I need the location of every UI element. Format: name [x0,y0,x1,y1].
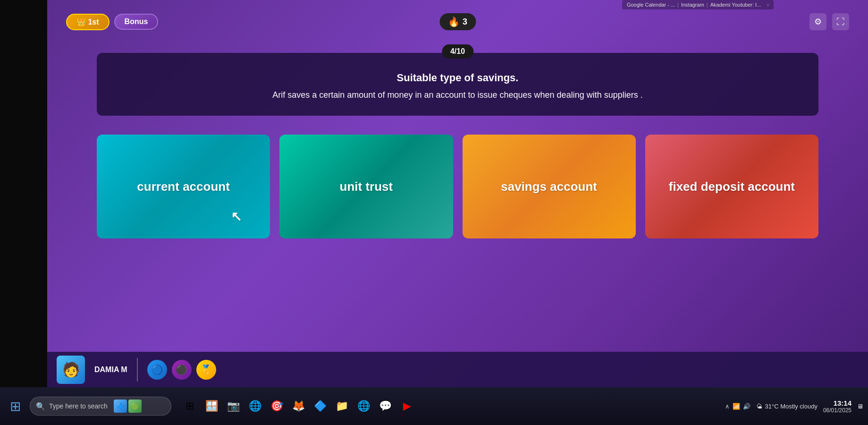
monitor-edge [0,0,47,425]
player-bar: 🧑 DAMIA M 🔵 ⚫ 🥇 [47,352,868,387]
taskbar-right: ∧ 📶 🔊 🌤 31°C Mostly cloudy 13:14 06/01/2… [725,399,863,414]
bonus-badge[interactable]: Bonus [114,14,159,30]
browser-tab-3[interactable]: Akademi Youtuber: I... [710,2,761,8]
taskbar: ⊞ 🔍 Type here to search 🔷 🟢 ⊞ 🪟 📷 🌐 🎯 🦊 … [0,387,868,425]
answer-label-3: savings account [501,179,597,194]
notification-icon[interactable]: 🖥 [857,403,863,410]
answer-label-1: current account [137,179,230,194]
weather-icon: 🌤 [756,403,762,410]
network-icon[interactable]: 📶 [733,403,740,410]
flame-icon: 🔥 [448,16,460,27]
start-button[interactable]: ⊞ [5,396,26,417]
search-pill-2: 🟢 [128,400,142,413]
search-bar[interactable]: 🔍 Type here to search 🔷 🟢 [30,397,171,416]
question-box: Suitable type of savings. Arif saves a c… [97,53,818,116]
time-display: 13:14 06/01/2025 [823,399,851,414]
taskbar-apps: ⊞ 🪟 📷 🌐 🎯 🦊 🔷 📁 🌐 💬 ▶ [180,396,417,416]
rank-badge: 👑 1st [66,14,110,30]
cursor-indicator: ↖ [231,209,242,224]
crown-icon: 👑 [76,18,86,26]
rank-badges: 👑 1st Bonus [66,14,158,30]
answers-grid: current account ↖ unit trust savings acc… [97,135,818,238]
player-action-1[interactable]: 🔵 [147,360,167,380]
answer-option-3[interactable]: savings account [463,135,636,238]
taskbar-app-6[interactable]: 🔷 [310,396,330,416]
bonus-label: Bonus [125,17,148,26]
question-number: 4/10 [442,44,473,59]
browser-tab-2[interactable]: Instagram [681,2,704,8]
rank-label: 1st [88,18,99,26]
weather-info: 🌤 31°C Mostly cloudy [756,403,817,410]
browser-tabs: Google Calendar - ... | Instagram | Akad… [622,0,774,9]
weather-text: 31°C Mostly cloudy [765,403,817,410]
system-icons: ∧ 📶 🔊 [725,403,750,410]
player-avatar: 🧑 [57,356,85,384]
taskbar-app-4[interactable]: 🎯 [267,396,287,416]
sound-icon[interactable]: 🔊 [743,403,750,410]
browser-tab-1[interactable]: Google Calendar - ... [627,2,675,8]
search-input[interactable]: Type here to search [49,402,108,410]
taskbar-app-chrome[interactable]: 🌐 [245,396,265,416]
player-divider [137,358,138,382]
top-bar: 👑 1st Bonus 🔥 3 ⚙ ⛶ [57,9,859,34]
player-icons: 🔵 ⚫ 🥇 [147,360,216,380]
chevron-up-icon[interactable]: ∧ [725,403,730,410]
player-name: DAMIA M [94,366,127,374]
search-app-icons: 🔷 🟢 [114,400,142,413]
quiz-area: Google Calendar - ... | Instagram | Akad… [47,0,868,387]
search-pill-1: 🔷 [114,400,127,413]
question-body: Arif saves a certain amount of money in … [120,89,795,102]
top-controls: ⚙ ⛶ [809,13,849,30]
answer-option-1[interactable]: current account ↖ [97,135,270,238]
answer-label-4: fixed deposit account [669,179,795,194]
fullscreen-button[interactable]: ⛶ [832,13,849,30]
taskbar-app-7[interactable]: 📁 [332,396,352,416]
answer-label-2: unit trust [340,179,393,194]
taskbar-app-8[interactable]: 🌐 [354,396,373,416]
question-container: 4/10 Suitable type of savings. Arif save… [97,53,818,116]
search-icon: 🔍 [36,402,45,411]
question-title: Suitable type of savings. [120,72,795,84]
answer-option-2[interactable]: unit trust [279,135,453,238]
clock-date: 06/01/2025 [823,407,851,414]
taskbar-app-1[interactable]: 🪟 [202,396,221,416]
streak-badge: 🔥 3 [439,13,476,30]
taskbar-app-5[interactable]: 🦊 [288,396,308,416]
taskbar-app-whatsapp[interactable]: 💬 [375,396,395,416]
taskbar-app-2[interactable]: 📷 [223,396,243,416]
taskbar-app-multitask[interactable]: ⊞ [180,396,200,416]
player-action-2[interactable]: ⚫ [172,360,192,380]
answer-option-4[interactable]: fixed deposit account [645,135,818,238]
streak-count: 3 [463,17,467,27]
taskbar-app-youtube[interactable]: ▶ [397,396,417,416]
settings-button[interactable]: ⚙ [809,13,826,30]
clock-time: 13:14 [823,399,851,407]
player-action-3[interactable]: 🥇 [196,360,216,380]
